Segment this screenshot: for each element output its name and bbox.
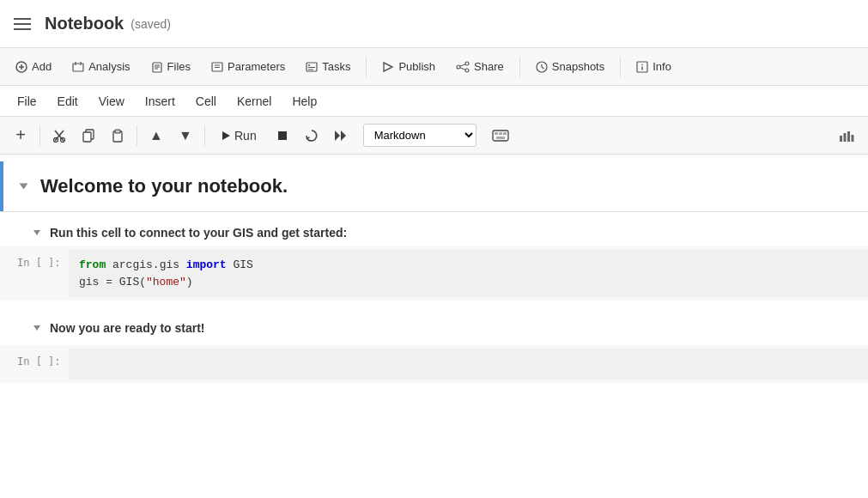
copy-icon [82, 129, 94, 143]
toolbar2-sep1 [39, 125, 40, 146]
svg-point-19 [465, 62, 469, 65]
svg-rect-41 [499, 132, 502, 135]
menu-cell[interactable]: Cell [185, 89, 227, 113]
tasks-icon [306, 61, 318, 73]
collapse-arrow-subcell1[interactable] [33, 230, 40, 235]
restart-icon [305, 129, 319, 143]
parameters-button[interactable]: Parameters [203, 56, 294, 77]
subcell-2: Now you are ready to start! [0, 314, 868, 342]
menu-view[interactable]: View [88, 89, 135, 113]
svg-rect-44 [840, 136, 842, 142]
share-icon [456, 61, 470, 73]
code-cell-2: In [ ]: [0, 345, 868, 383]
notebook-heading: Welcome to your notebook. [40, 175, 288, 197]
svg-rect-47 [852, 135, 854, 142]
plus-circle-icon [15, 61, 27, 73]
svg-marker-38 [341, 131, 346, 141]
svg-rect-40 [495, 132, 498, 135]
svg-rect-36 [278, 131, 287, 140]
svg-rect-3 [73, 64, 83, 71]
svg-line-22 [460, 68, 465, 70]
toolbar2-sep3 [204, 125, 205, 146]
cut-button[interactable] [46, 125, 73, 147]
publish-button[interactable]: Publish [373, 56, 444, 77]
info-button[interactable]: Info [628, 56, 680, 77]
separator3 [620, 57, 621, 77]
svg-rect-43 [496, 137, 505, 139]
separator1 [366, 57, 367, 77]
files-button[interactable]: Files [143, 56, 199, 77]
code-editor-2[interactable] [69, 349, 868, 380]
collapse-arrow-subcell2[interactable] [33, 325, 40, 331]
fast-forward-icon [334, 130, 348, 142]
svg-marker-17 [384, 63, 392, 71]
notebook-content: Welcome to your notebook. Run this cell … [0, 161, 868, 383]
code-line-2: gis = GIS("home") [79, 274, 858, 291]
svg-point-18 [457, 65, 460, 69]
subcell-2-text: Now you are ready to start! [50, 321, 205, 335]
svg-rect-45 [844, 133, 847, 142]
cut-icon [53, 129, 65, 143]
publish-icon [382, 61, 394, 73]
tasks-button[interactable]: Tasks [297, 56, 359, 77]
svg-marker-35 [222, 131, 230, 140]
svg-point-25 [641, 64, 643, 65]
separator2 [519, 57, 520, 77]
share-button[interactable]: Share [447, 56, 513, 77]
svg-point-20 [465, 69, 469, 72]
move-up-button[interactable]: ▲ [143, 124, 170, 148]
keyboard-icon [492, 130, 509, 142]
keyboard-shortcut-button[interactable] [485, 125, 516, 146]
hamburger-menu[interactable] [14, 18, 31, 30]
svg-rect-34 [115, 130, 120, 133]
code-editor-1[interactable]: from arcgis.gis import GIS gis = GIS("ho… [69, 250, 868, 297]
menu-help[interactable]: Help [282, 89, 327, 113]
cell-type-select[interactable]: Markdown Code Raw NBConvert Heading [363, 124, 476, 147]
paste-button[interactable] [104, 125, 131, 147]
notebook-title: Notebook [45, 14, 124, 33]
run-button[interactable]: Run [210, 125, 267, 147]
move-down-button[interactable]: ▼ [172, 124, 199, 148]
menu-edit[interactable]: Edit [47, 89, 88, 113]
title-bar: Notebook (saved) [0, 0, 868, 48]
copy-button[interactable] [75, 125, 102, 147]
restart-button[interactable] [298, 125, 325, 147]
saved-status: (saved) [131, 17, 171, 31]
menu-file[interactable]: File [7, 89, 47, 113]
cell-toolbar: + ▲ ▼ Run Markdown Code Raw NBConvert He… [0, 117, 868, 155]
snapshots-icon [536, 61, 548, 73]
menu-kernel[interactable]: Kernel [227, 89, 282, 113]
paste-icon [112, 129, 124, 143]
chart-button[interactable] [832, 125, 861, 147]
svg-rect-46 [847, 131, 850, 142]
code-line-1: from arcgis.gis import GIS [79, 257, 858, 274]
svg-rect-39 [493, 131, 508, 141]
heading-divider [0, 211, 868, 212]
files-icon [151, 61, 163, 73]
subcell-1-text: Run this cell to connect to your GIS and… [50, 226, 347, 240]
menu-insert[interactable]: Insert [135, 89, 185, 113]
add-cell-button[interactable]: + [7, 121, 34, 149]
stop-icon [277, 131, 288, 141]
in-label-1: In [ ]: [0, 250, 69, 269]
run-icon [221, 131, 231, 141]
code-cell-1: In [ ]: from arcgis.gis import GIS gis =… [0, 246, 868, 301]
main-toolbar: Add Analysis Files Parameters Tasks Publ… [0, 48, 868, 86]
svg-marker-37 [335, 131, 340, 141]
menu-bar: File Edit View Insert Cell Kernel Help [0, 86, 868, 117]
in-label-2: In [ ]: [0, 349, 69, 367]
svg-rect-42 [503, 132, 507, 135]
collapse-arrow-heading[interactable] [20, 184, 28, 190]
add-button[interactable]: Add [7, 56, 60, 77]
fast-forward-button[interactable] [327, 125, 355, 146]
svg-rect-32 [83, 132, 91, 142]
heading-cell: Welcome to your notebook. [0, 161, 868, 211]
info-icon [636, 61, 648, 73]
analysis-button[interactable]: Analysis [64, 56, 138, 77]
svg-line-21 [460, 64, 465, 66]
parameters-icon [211, 61, 223, 73]
analysis-icon [72, 61, 84, 73]
stop-button[interactable] [269, 126, 296, 145]
chart-icon [839, 129, 854, 143]
snapshots-button[interactable]: Snapshots [527, 56, 613, 77]
